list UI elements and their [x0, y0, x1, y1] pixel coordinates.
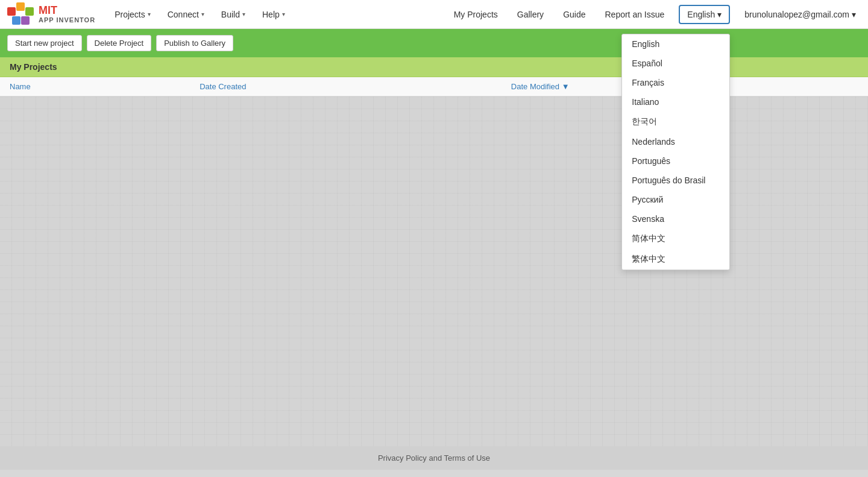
col-date-created[interactable]: Date Created	[190, 77, 502, 96]
projects-caret-icon: ▾	[148, 11, 151, 17]
user-caret-icon: ▾	[852, 10, 856, 19]
projects-section: My Projects Name Date Created Date Modif…	[0, 57, 868, 96]
svg-rect-2	[25, 7, 34, 16]
brand-logo-link[interactable]: MIT APP INVENTOR	[7, 2, 95, 27]
language-option[interactable]: Français	[622, 73, 729, 92]
publish-to-gallery-button[interactable]: Publish to Gallery	[156, 35, 233, 51]
language-option[interactable]: Русский	[622, 190, 729, 209]
user-menu[interactable]: brunolunalopez@gmail.com ▾	[740, 6, 861, 23]
language-button[interactable]: English ▾	[679, 5, 730, 24]
nav-item-connect: Connect ▾	[160, 6, 212, 23]
projects-section-title: My Projects	[10, 62, 57, 72]
start-new-project-button[interactable]: Start new project	[7, 35, 82, 51]
language-container: English ▾ EnglishEspañolFrançaisItaliano…	[679, 5, 730, 24]
language-dropdown: EnglishEspañolFrançaisItaliano한국어Nederla…	[621, 34, 730, 270]
footer: Privacy Policy and Terms of Use	[0, 446, 868, 470]
help-caret-icon: ▾	[282, 11, 285, 17]
language-option[interactable]: Italiano	[622, 92, 729, 112]
mit-logo-icon	[7, 2, 34, 27]
nav-link-connect[interactable]: Connect ▾	[160, 6, 212, 23]
svg-rect-1	[16, 2, 25, 11]
brand-appinventor: APP INVENTOR	[39, 16, 95, 24]
language-option[interactable]: Svenska	[622, 209, 729, 229]
my-projects-link[interactable]: My Projects	[449, 6, 503, 23]
brand-text: MIT APP INVENTOR	[39, 5, 95, 24]
language-caret-icon: ▾	[717, 10, 722, 19]
connect-caret-icon: ▾	[201, 11, 204, 17]
nav-item-projects: Projects ▾	[107, 6, 158, 23]
build-caret-icon: ▾	[242, 11, 245, 17]
user-email: brunolunalopez@gmail.com	[744, 10, 849, 19]
nav-link-projects[interactable]: Projects ▾	[107, 6, 158, 23]
language-option[interactable]: English	[622, 34, 729, 54]
svg-rect-3	[12, 16, 20, 25]
nav-item-help: Help ▾	[255, 6, 292, 23]
language-option[interactable]: 简体中文	[622, 229, 729, 249]
delete-project-button[interactable]: Delete Project	[87, 35, 152, 51]
projects-section-header: My Projects	[0, 57, 868, 77]
svg-rect-4	[21, 16, 30, 25]
navbar: MIT APP INVENTOR Projects ▾ Connect ▾ Bu…	[0, 0, 868, 29]
language-option[interactable]: Português do Brasil	[622, 171, 729, 190]
language-option[interactable]: Nederlands	[622, 132, 729, 151]
footer-privacy-link[interactable]: Privacy Policy and Terms of Use	[378, 453, 490, 463]
projects-table: Name Date Created Date Modified ▼	[0, 77, 868, 96]
language-option[interactable]: Português	[622, 151, 729, 171]
toolbar: Start new project Delete Project Publish…	[0, 29, 868, 57]
language-option[interactable]: 繁体中文	[622, 249, 729, 270]
language-option[interactable]: Español	[622, 54, 729, 73]
nav-link-help[interactable]: Help ▾	[255, 6, 292, 23]
language-label: English	[687, 10, 715, 19]
language-option[interactable]: 한국어	[622, 112, 729, 132]
table-header-row: Name Date Created Date Modified ▼	[0, 77, 868, 96]
main-content-area	[0, 96, 868, 446]
navbar-right: My Projects Gallery Guide Report an Issu…	[449, 5, 861, 24]
report-issue-link[interactable]: Report an Issue	[600, 6, 669, 23]
nav-link-build[interactable]: Build ▾	[214, 6, 253, 23]
guide-link[interactable]: Guide	[558, 6, 590, 23]
svg-rect-0	[7, 7, 16, 16]
nav-item-build: Build ▾	[214, 6, 253, 23]
col-name[interactable]: Name	[0, 77, 190, 96]
gallery-link[interactable]: Gallery	[512, 6, 549, 23]
brand-mit: MIT	[39, 5, 95, 17]
navbar-left-nav: Projects ▾ Connect ▾ Build ▾ Help ▾	[107, 6, 449, 23]
